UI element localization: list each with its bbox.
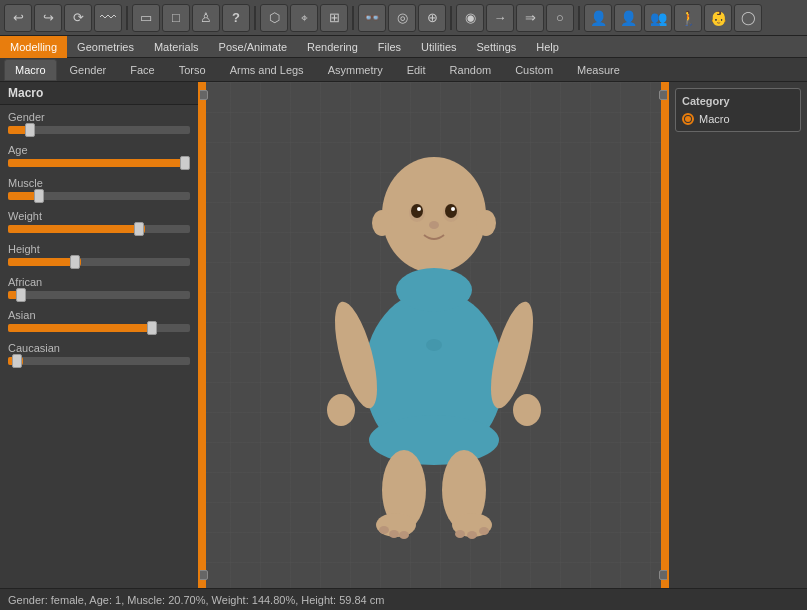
wave-button[interactable]: 〰 xyxy=(94,4,122,32)
slider-weight-track[interactable] xyxy=(8,225,190,233)
slider-gender-thumb[interactable] xyxy=(25,123,35,137)
menu-utilities[interactable]: Utilities xyxy=(411,36,466,58)
slider-muscle-label: Muscle xyxy=(8,177,190,189)
viewport[interactable] xyxy=(200,82,667,588)
tab-edit[interactable]: Edit xyxy=(396,59,437,81)
svg-point-23 xyxy=(389,530,399,538)
tab-asymmetry[interactable]: Asymmetry xyxy=(317,59,394,81)
slider-muscle-track[interactable] xyxy=(8,192,190,200)
main-area: Macro Gender Age Muscle xyxy=(0,82,807,588)
svg-point-27 xyxy=(479,527,489,535)
svg-point-26 xyxy=(467,531,477,539)
camera-button[interactable]: ⌖ xyxy=(290,4,318,32)
tab-face[interactable]: Face xyxy=(119,59,165,81)
slider-age-label: Age xyxy=(8,144,190,156)
undo-button[interactable]: ↩ xyxy=(4,4,32,32)
slider-weight-fill xyxy=(8,225,145,233)
svg-point-13 xyxy=(396,268,472,312)
figure-button[interactable]: ♙ xyxy=(192,4,220,32)
circle2-button[interactable]: ◯ xyxy=(734,4,762,32)
menu-modelling[interactable]: Modelling xyxy=(0,36,67,58)
tab-macro[interactable]: Macro xyxy=(4,59,57,81)
slider-caucasian-label: Caucasian xyxy=(8,342,190,354)
viewport-left-border xyxy=(200,82,206,588)
slider-height: Height xyxy=(8,243,190,266)
category-option-macro-label: Macro xyxy=(699,113,730,125)
slider-asian-thumb[interactable] xyxy=(147,321,157,335)
category-option-macro[interactable]: Macro xyxy=(682,113,794,125)
border-dot-right-top xyxy=(659,90,667,100)
slider-caucasian-thumb[interactable] xyxy=(12,354,22,368)
slider-asian-track[interactable] xyxy=(8,324,190,332)
viewport-right-border xyxy=(661,82,667,588)
separator-5 xyxy=(578,6,580,30)
person3-button[interactable]: 👥 xyxy=(644,4,672,32)
person2-button[interactable]: 👤 xyxy=(614,4,642,32)
slider-weight: Weight xyxy=(8,210,190,233)
person1-button[interactable]: 👤 xyxy=(584,4,612,32)
person5-button[interactable]: 👶 xyxy=(704,4,732,32)
slider-weight-thumb[interactable] xyxy=(134,222,144,236)
svg-point-2 xyxy=(476,210,496,236)
person4-button[interactable]: 🚶 xyxy=(674,4,702,32)
slider-african: African xyxy=(8,276,190,299)
eyewear2-button[interactable]: ◎ xyxy=(388,4,416,32)
right-panel: Category Macro xyxy=(667,82,807,588)
tab-measure[interactable]: Measure xyxy=(566,59,631,81)
slider-age-thumb[interactable] xyxy=(180,156,190,170)
menu-files[interactable]: Files xyxy=(368,36,411,58)
tab-random[interactable]: Random xyxy=(439,59,503,81)
svg-point-8 xyxy=(451,207,455,211)
svg-point-15 xyxy=(327,394,355,426)
separator-4 xyxy=(450,6,452,30)
square-button[interactable]: □ xyxy=(162,4,190,32)
slider-asian: Asian xyxy=(8,309,190,332)
sliders-container[interactable]: Gender Age Muscle xyxy=(0,105,198,588)
circle-button[interactable]: ○ xyxy=(546,4,574,32)
tab-torso[interactable]: Torso xyxy=(168,59,217,81)
slider-height-track[interactable] xyxy=(8,258,190,266)
slider-african-track[interactable] xyxy=(8,291,190,299)
slider-caucasian: Caucasian xyxy=(8,342,190,365)
slider-african-label: African xyxy=(8,276,190,288)
redo-button[interactable]: ↪ xyxy=(34,4,62,32)
slider-muscle-thumb[interactable] xyxy=(34,189,44,203)
refresh-button[interactable]: ⟳ xyxy=(64,4,92,32)
slider-caucasian-track[interactable] xyxy=(8,357,190,365)
slider-african-thumb[interactable] xyxy=(16,288,26,302)
menu-pose-animate[interactable]: Pose/Animate xyxy=(209,36,297,58)
help-button[interactable]: ? xyxy=(222,4,250,32)
category-title: Category xyxy=(682,95,794,107)
svg-point-0 xyxy=(382,157,486,273)
glasses-button[interactable]: 👓 xyxy=(358,4,386,32)
slider-age-track[interactable] xyxy=(8,159,190,167)
panel-title: Macro xyxy=(0,82,198,105)
mask-button[interactable]: ⬡ xyxy=(260,4,288,32)
grid-button[interactable]: ⊞ xyxy=(320,4,348,32)
separator-2 xyxy=(254,6,256,30)
slider-asian-fill xyxy=(8,324,157,332)
border-dot-bottom xyxy=(200,570,208,580)
globe-button[interactable]: ◉ xyxy=(456,4,484,32)
slider-height-thumb[interactable] xyxy=(70,255,80,269)
menu-help[interactable]: Help xyxy=(526,36,569,58)
svg-point-25 xyxy=(455,530,465,538)
menu-geometries[interactable]: Geometries xyxy=(67,36,144,58)
menu-materials[interactable]: Materials xyxy=(144,36,209,58)
radio-macro[interactable] xyxy=(682,113,694,125)
rect-button[interactable]: ▭ xyxy=(132,4,160,32)
tab-gender[interactable]: Gender xyxy=(59,59,118,81)
menu-rendering[interactable]: Rendering xyxy=(297,36,368,58)
border-dot-right-bottom xyxy=(659,570,667,580)
tab-custom[interactable]: Custom xyxy=(504,59,564,81)
arrow-right-button[interactable]: → xyxy=(486,4,514,32)
statusbar: Gender: female, Age: 1, Muscle: 20.70%, … xyxy=(0,588,807,610)
tab-arms-and-legs[interactable]: Arms and Legs xyxy=(219,59,315,81)
menu-settings[interactable]: Settings xyxy=(467,36,527,58)
svg-point-17 xyxy=(513,394,541,426)
slider-weight-label: Weight xyxy=(8,210,190,222)
arrow-next-button[interactable]: ⇒ xyxy=(516,4,544,32)
slider-gender-track[interactable] xyxy=(8,126,190,134)
separator-1 xyxy=(126,6,128,30)
eyewear3-button[interactable]: ⊕ xyxy=(418,4,446,32)
